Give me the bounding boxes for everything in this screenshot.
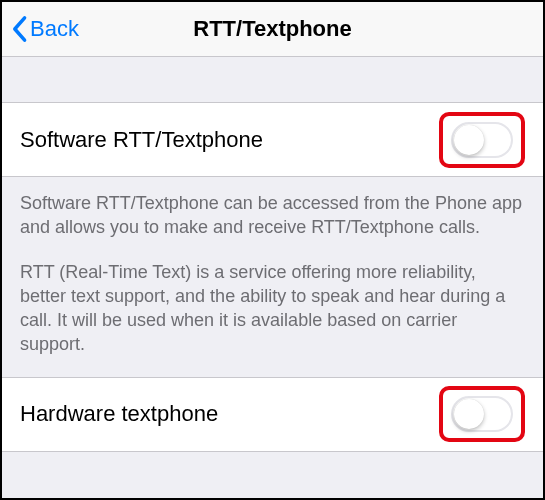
row-label-software: Software RTT/Textphone [20, 127, 263, 153]
toggle-knob [454, 125, 484, 155]
row-hardware-textphone: Hardware textphone [2, 377, 543, 452]
explain-text: Software RTT/Textphone can be accessed f… [2, 177, 543, 377]
toggle-knob [454, 399, 484, 429]
back-button[interactable]: Back [10, 15, 79, 43]
row-software-rtt: Software RTT/Textphone [2, 102, 543, 177]
highlight-box-hardware [439, 386, 525, 442]
section-spacer [2, 57, 543, 102]
explain-p2: RTT (Real-Time Text) is a service offeri… [20, 260, 525, 357]
toggle-hardware-textphone[interactable] [451, 396, 513, 432]
back-label: Back [30, 16, 79, 42]
navbar: Back RTT/Textphone [2, 2, 543, 57]
chevron-left-icon [10, 15, 28, 43]
row-label-hardware: Hardware textphone [20, 401, 218, 427]
highlight-box-software [439, 112, 525, 168]
explain-p1: Software RTT/Textphone can be accessed f… [20, 191, 525, 240]
page-title: RTT/Textphone [2, 16, 543, 42]
toggle-software-rtt[interactable] [451, 122, 513, 158]
